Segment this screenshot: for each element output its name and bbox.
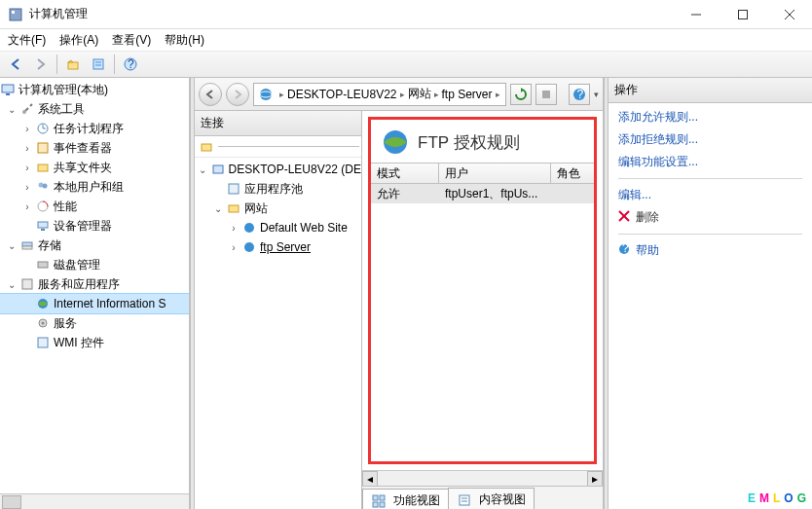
- main-hscroll[interactable]: ◂ ▸: [362, 470, 603, 486]
- scroll-left-icon[interactable]: ◂: [362, 471, 378, 486]
- clock-icon: [35, 121, 51, 136]
- site-globe-icon: [241, 239, 257, 255]
- tree-label: 系统工具: [38, 101, 85, 118]
- tab-label: 功能视图: [393, 492, 440, 509]
- mmc-tree[interactable]: 计算机管理(本地) ⌄ 系统工具 › 任务计划程序 › 事件查看器 › 共享文件…: [0, 78, 189, 493]
- collapse-icon[interactable]: ⌄: [4, 276, 19, 292]
- tree-shared-folders[interactable]: › 共享文件夹: [0, 158, 189, 177]
- up-folder-button[interactable]: [61, 54, 85, 75]
- back-button[interactable]: [4, 54, 27, 75]
- col-role[interactable]: 角色: [551, 164, 594, 183]
- iis-icon: [35, 296, 51, 311]
- conn-app-pools[interactable]: 应用程序池: [195, 179, 361, 199]
- tree-iis[interactable]: Internet Information S: [0, 294, 189, 313]
- conn-ftp-site[interactable]: › ftp Server: [195, 237, 361, 257]
- tree-services-apps[interactable]: ⌄ 服务和应用程序: [0, 274, 189, 294]
- crumb-site[interactable]: ftp Server▸: [442, 88, 500, 101]
- expand-icon[interactable]: ›: [19, 121, 35, 136]
- svg-point-22: [43, 184, 48, 189]
- conn-default-site[interactable]: › Default Web Site: [195, 218, 361, 237]
- svg-rect-19: [38, 143, 48, 153]
- nav-forward-button[interactable]: [226, 83, 249, 106]
- tree-system-tools[interactable]: ⌄ 系统工具: [0, 99, 189, 119]
- window-title: 计算机管理: [29, 6, 682, 22]
- tree-label: 网站: [244, 200, 268, 217]
- action-edit-feature-settings[interactable]: 编辑功能设置...: [618, 154, 802, 170]
- menu-file[interactable]: 文件(F): [8, 32, 46, 49]
- refresh-all-button[interactable]: [510, 84, 532, 105]
- properties-button[interactable]: [87, 54, 110, 75]
- crumb-label: DESKTOP-LEU8V22: [287, 88, 397, 101]
- tree-disk-mgmt[interactable]: 磁盘管理: [0, 255, 189, 274]
- svg-rect-26: [41, 229, 45, 231]
- svg-point-35: [260, 89, 272, 100]
- connect-folder-button[interactable]: [197, 138, 216, 156]
- conn-sites[interactable]: ⌄ 网站: [195, 199, 361, 218]
- tree-event-viewer[interactable]: › 事件查看器: [0, 138, 189, 158]
- tree-scrollbar[interactable]: [0, 493, 189, 509]
- expand-icon[interactable]: ›: [19, 179, 35, 195]
- tree-label: 事件查看器: [54, 140, 112, 157]
- connections-tree[interactable]: ⌄ DESKTOP-LEU8V22 (DE 应用程序池 ⌄ 网站 ›: [195, 158, 361, 509]
- minimize-button[interactable]: [682, 3, 711, 26]
- toolbar-separator: [56, 55, 57, 74]
- tree-wmi[interactable]: WMI 控件: [0, 333, 189, 352]
- menu-help[interactable]: 帮助(H): [165, 32, 204, 49]
- svg-rect-3: [739, 10, 748, 18]
- maximize-button[interactable]: [728, 3, 757, 26]
- grid-body[interactable]: 允许 ftpUser1、ftpUs...: [371, 184, 594, 461]
- close-button[interactable]: [775, 3, 804, 26]
- tree-storage[interactable]: ⌄ 存储: [0, 236, 189, 255]
- table-row[interactable]: 允许 ftpUser1、ftpUs...: [371, 184, 594, 203]
- forward-button[interactable]: [29, 54, 53, 75]
- expand-icon[interactable]: ›: [19, 199, 35, 214]
- watermark-logo: EMLOG: [748, 491, 810, 505]
- collapse-icon[interactable]: ⌄: [4, 101, 19, 117]
- tab-features-view[interactable]: 功能视图: [362, 489, 449, 509]
- tree-services[interactable]: 服务: [0, 313, 189, 333]
- collapse-icon[interactable]: ⌄: [210, 200, 226, 216]
- action-add-allow-rule[interactable]: 添加允许规则...: [618, 109, 802, 126]
- computer-icon: [0, 82, 16, 97]
- tools-icon: [19, 101, 35, 117]
- action-help[interactable]: ? 帮助: [618, 242, 802, 259]
- tab-content-view[interactable]: 内容视图: [448, 488, 535, 509]
- tree-performance[interactable]: › 性能: [0, 197, 189, 216]
- col-mode[interactable]: 模式: [371, 164, 439, 183]
- collapse-icon[interactable]: ⌄: [4, 237, 19, 253]
- svg-point-33: [42, 322, 45, 325]
- col-label: 用户: [445, 165, 468, 182]
- action-add-deny-rule[interactable]: 添加拒绝规则...: [618, 131, 802, 148]
- action-edit[interactable]: 编辑...: [618, 187, 802, 203]
- conn-server[interactable]: ⌄ DESKTOP-LEU8V22 (DE: [195, 160, 361, 179]
- expand-icon[interactable]: ›: [19, 160, 35, 175]
- connections-header: 连接: [195, 111, 361, 136]
- tree-task-scheduler[interactable]: › 任务计划程序: [0, 119, 189, 138]
- tree-local-users[interactable]: › 本地用户和组: [0, 177, 189, 197]
- col-user[interactable]: 用户: [439, 164, 551, 183]
- collapse-icon[interactable]: ⌄: [195, 162, 210, 177]
- stop-button[interactable]: [535, 84, 557, 105]
- action-delete[interactable]: 删除: [618, 209, 802, 226]
- breadcrumb[interactable]: ▸ DESKTOP-LEU8V22▸ 网站▸ ftp Server▸: [253, 83, 506, 106]
- services-apps-icon: [19, 276, 35, 292]
- nav-back-button[interactable]: [199, 83, 222, 106]
- svg-rect-13: [2, 85, 14, 92]
- crumb-sites[interactable]: 网站▸: [408, 86, 439, 102]
- svg-rect-49: [380, 495, 385, 500]
- feature-title: FTP 授权规则: [418, 131, 520, 154]
- expand-icon[interactable]: ›: [226, 239, 241, 255]
- expand-icon[interactable]: ›: [226, 220, 241, 236]
- crumb-server[interactable]: DESKTOP-LEU8V22▸: [287, 88, 405, 101]
- scroll-right-icon[interactable]: ▸: [587, 471, 603, 486]
- menu-view[interactable]: 查看(V): [112, 32, 151, 49]
- svg-text:?: ?: [128, 57, 134, 71]
- tree-label: 计算机管理(本地): [18, 82, 108, 98]
- menu-action[interactable]: 操作(A): [59, 32, 98, 49]
- tree-device-manager[interactable]: 设备管理器: [0, 216, 189, 236]
- tree-root[interactable]: 计算机管理(本地): [0, 80, 189, 99]
- help-toolbar-button[interactable]: ?: [119, 54, 142, 75]
- svg-text:?: ?: [622, 243, 629, 255]
- help-button[interactable]: ?: [569, 84, 590, 105]
- expand-icon[interactable]: ›: [19, 140, 35, 156]
